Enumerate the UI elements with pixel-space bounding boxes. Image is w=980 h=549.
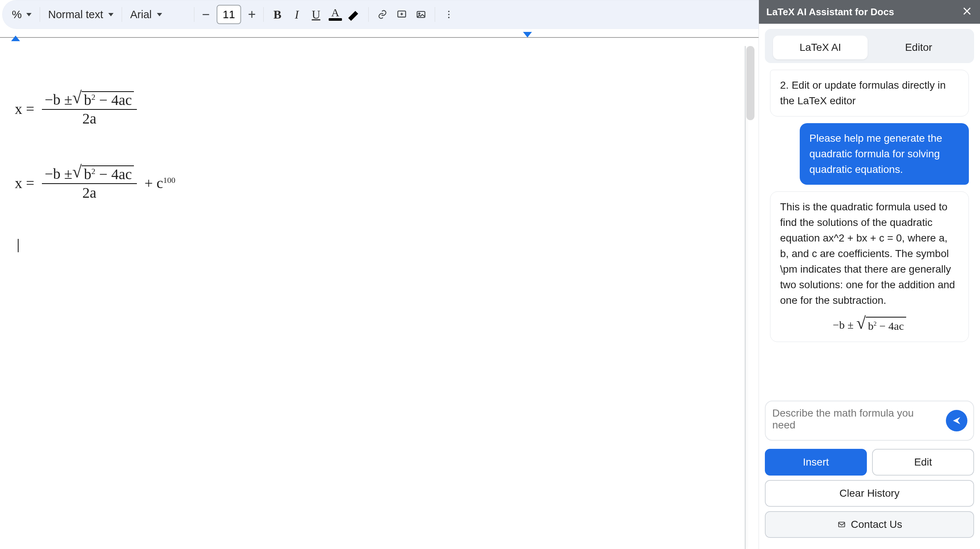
panel-tabs: LaTeX AI Editor	[765, 29, 974, 63]
clear-history-button[interactable]: Clear History	[765, 480, 974, 507]
latex-ai-panel: LaTeX AI Assistant for Docs LaTeX AI Edi…	[759, 0, 980, 549]
assistant-message-text: This is the quadratic formula used to fi…	[780, 201, 955, 306]
underline-glyph: U	[312, 8, 320, 22]
text-color-button[interactable]: A	[327, 6, 344, 23]
tab-editor[interactable]: Editor	[871, 36, 966, 59]
formula-1-sqrt-tail: − 4ac	[95, 92, 132, 108]
kebab-icon	[444, 9, 454, 20]
link-icon	[377, 9, 388, 20]
contact-us-label: Contact Us	[851, 519, 902, 530]
insert-button[interactable]: Insert	[765, 449, 867, 476]
formula-2-tail-plus: + c	[144, 175, 163, 191]
formula-2-numerator-lead: −b ±	[45, 166, 73, 182]
contact-us-button[interactable]: Contact Us	[765, 511, 974, 538]
separator	[435, 7, 435, 22]
image-icon	[416, 9, 426, 20]
bold-button[interactable]: B	[269, 6, 286, 23]
insert-group	[374, 6, 430, 23]
font-size-control: − +	[200, 5, 258, 24]
close-panel-button[interactable]	[961, 6, 972, 19]
more-button[interactable]	[440, 6, 457, 23]
svg-point-2	[419, 13, 420, 14]
chevron-down-icon	[157, 13, 162, 16]
separator	[122, 7, 122, 22]
prompt-box	[765, 401, 974, 441]
panel-header: LaTeX AI Assistant for Docs	[759, 0, 980, 24]
formula-1-sqrt-b: b	[84, 92, 91, 108]
decrease-font-size-button[interactable]: −	[200, 7, 212, 22]
edit-button[interactable]: Edit	[872, 449, 974, 476]
separator	[40, 7, 40, 22]
formula-2-sqrt-b: b	[84, 166, 91, 183]
formula-1-prefix: x =	[15, 100, 35, 117]
ruler-line	[0, 37, 759, 38]
formula-2-sqrt-exp: 2	[91, 167, 95, 176]
send-button[interactable]	[946, 410, 967, 431]
left-indent-marker[interactable]	[11, 36, 20, 41]
document-area[interactable]: x = −b ± √ b2 − 4ac 2a	[0, 46, 759, 549]
svg-point-3	[448, 11, 450, 12]
increase-font-size-button[interactable]: +	[245, 7, 258, 22]
formula-2-denominator: 2a	[80, 184, 99, 202]
insert-image-button[interactable]	[412, 6, 430, 23]
sqrt-icon: √	[856, 317, 866, 334]
tab-latex-ai[interactable]: LaTeX AI	[773, 36, 868, 59]
underline-button[interactable]: U	[307, 6, 325, 23]
assistant-tip-text: 2. Edit or update formulas directly in t…	[780, 80, 946, 107]
assistant-message: This is the quadratic formula used to fi…	[770, 191, 969, 342]
separator	[263, 7, 264, 22]
sqrt-icon: √	[72, 91, 82, 108]
user-message: Please help me generate the quadratic fo…	[800, 123, 969, 185]
formula-1-sqrt-exp: 2	[91, 92, 95, 102]
page-right-edge	[745, 46, 746, 549]
panel-title: LaTeX AI Assistant for Docs	[766, 6, 894, 18]
prompt-textarea[interactable]	[772, 407, 940, 435]
formula-1-numerator-lead: −b ±	[45, 92, 73, 108]
assistant-formula-sqrt-tail: − 4ac	[877, 320, 904, 332]
text-color-swatch	[329, 18, 342, 21]
zoom-value: %	[12, 8, 22, 21]
svg-point-5	[448, 17, 450, 18]
close-icon	[961, 6, 972, 17]
paragraph-style-label: Normal text	[48, 8, 103, 21]
assistant-formula-preview: −b ± √b2 − 4ac	[780, 317, 959, 334]
separator	[368, 7, 369, 22]
user-message-text: Please help me generate the quadratic fo…	[809, 132, 942, 175]
italic-button[interactable]: I	[288, 6, 305, 23]
formula-1[interactable]: x = −b ± √ b2 − 4ac 2a	[15, 91, 732, 127]
chat-area: 2. Edit or update formulas directly in t…	[759, 68, 980, 395]
mail-icon	[837, 520, 846, 528]
assistant-tip-message: 2. Edit or update formulas directly in t…	[770, 70, 969, 116]
vertical-scrollbar-thumb[interactable]	[746, 46, 754, 120]
font-family-label: Arial	[130, 8, 152, 21]
formula-2-prefix: x =	[15, 175, 35, 191]
highlighter-icon	[346, 6, 363, 23]
font-family-dropdown[interactable]: Arial	[127, 8, 189, 21]
font-size-input[interactable]	[216, 5, 241, 24]
chevron-down-icon	[26, 13, 32, 16]
assistant-formula-sqrt-exp: 2	[873, 320, 877, 327]
comment-add-icon	[396, 9, 407, 20]
formula-2-tail-exp: 100	[163, 175, 175, 185]
text-cursor	[15, 239, 732, 252]
text-style-group: B I U A	[269, 6, 363, 23]
ruler[interactable]	[0, 29, 759, 46]
formula-2-sqrt-tail: − 4ac	[95, 166, 132, 183]
right-indent-marker[interactable]	[523, 32, 532, 37]
paragraph-style-dropdown[interactable]: Normal text	[45, 8, 116, 21]
svg-rect-6	[839, 522, 845, 527]
chevron-down-icon	[108, 13, 113, 16]
italic-glyph: I	[295, 8, 299, 22]
prompt-input-area	[759, 395, 980, 447]
bold-glyph: B	[274, 8, 281, 22]
send-icon	[952, 416, 961, 425]
zoom-dropdown[interactable]: %	[9, 6, 35, 23]
highlight-button[interactable]	[346, 6, 363, 23]
sqrt-icon: √	[72, 165, 82, 183]
document-body[interactable]: x = −b ± √ b2 − 4ac 2a	[0, 46, 747, 267]
insert-link-button[interactable]	[374, 6, 391, 23]
svg-point-4	[448, 14, 450, 15]
formula-2[interactable]: x = −b ± √ b2 − 4ac 2a + c100	[15, 165, 732, 202]
assistant-formula-lead: −b ±	[833, 319, 856, 331]
insert-comment-button[interactable]	[393, 6, 410, 23]
